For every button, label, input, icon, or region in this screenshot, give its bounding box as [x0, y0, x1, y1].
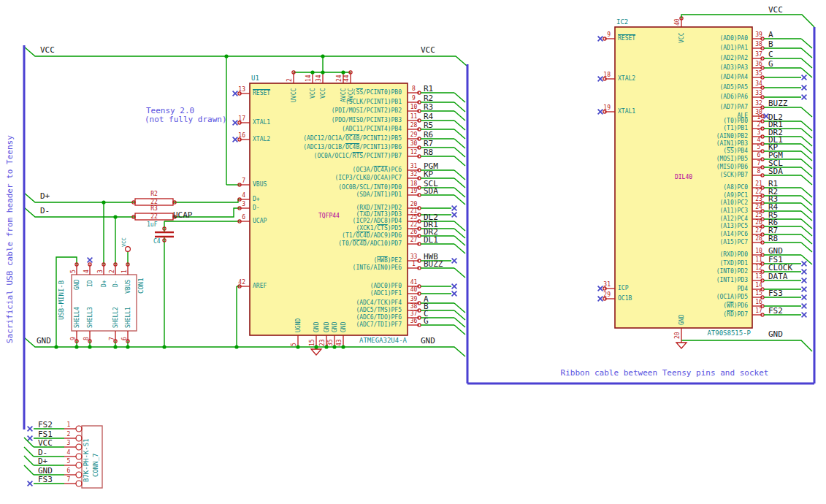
net-label-gnd-u1[interactable]: GND — [421, 337, 435, 346]
net-label-r5[interactable]: R5 — [424, 121, 433, 131]
pin-name: (ADC11/PCINT4)PB4 — [254, 126, 402, 132]
pin-name: (A12)PC4 — [619, 215, 748, 222]
pin-name: UCAP — [253, 218, 267, 224]
net-label-d+[interactable]: D+ — [38, 457, 47, 467]
pin-name: (ADC13/OC1B/OC4B/PCINT13)PB6 — [254, 144, 402, 150]
net-label-gnd-ic2[interactable]: GND — [768, 330, 783, 340]
net-label-kp[interactable]: KP — [424, 170, 433, 180]
net-label-sda[interactable]: SDA — [768, 167, 783, 177]
pin-number: 7 — [64, 476, 73, 483]
net-label-g[interactable]: G — [424, 317, 429, 327]
pin-name: (ADC12/OC1A/OC4B/PCINT12)PB5 — [254, 135, 402, 142]
r3-value[interactable]: 22 — [135, 213, 173, 220]
pin-name: XTAL2 — [618, 75, 635, 82]
net-label-fs3[interactable]: FS3 — [38, 476, 53, 485]
pin-number: 5 — [753, 144, 765, 150]
net-label-gnd-left[interactable]: GND — [37, 337, 51, 346]
net-label-buzz[interactable]: BUZZ — [768, 99, 788, 109]
net-label-a[interactable]: A — [768, 31, 773, 40]
r2-value[interactable]: 22 — [135, 199, 173, 205]
net-label-fs3[interactable]: FS3 — [768, 289, 783, 299]
cable-note[interactable]: Sacrificial USB cable from header to Tee… — [6, 133, 15, 343]
net-label-dl1[interactable]: DL1 — [424, 236, 438, 245]
conn7-part-number[interactable]: B7K-PH-K-S1 — [83, 437, 90, 482]
pin-number: 20 — [674, 329, 681, 339]
pin-name: SHELL2 — [112, 305, 119, 328]
pin-name: (PDO/MISO/PCINT3)PB3 — [254, 117, 402, 123]
junction-dot — [321, 54, 324, 58]
pin-number: 1 — [408, 261, 420, 267]
wire — [801, 234, 812, 244]
con1-value[interactable]: USB-MINI-B — [58, 278, 65, 320]
pin-name: (AD5)PA5 — [619, 84, 748, 91]
net-label-vcc[interactable]: VCC — [38, 439, 53, 448]
pin-name: (A8)PC0 — [619, 184, 748, 191]
pin-name: (ADC4/TCK)PF4 — [254, 299, 402, 306]
net-label-ucap[interactable]: UCAP — [173, 211, 193, 221]
net-label-b[interactable]: B — [768, 40, 773, 50]
ic2-value[interactable]: AT90S8515-P — [673, 329, 751, 337]
net-label-dplus[interactable]: D+ — [40, 192, 50, 202]
pin-number: 7 — [109, 334, 115, 340]
c4-reference[interactable]: C4 — [153, 238, 161, 245]
pin-number: 12 — [753, 264, 765, 271]
pin-number: 33 — [753, 90, 765, 96]
net-label-r8[interactable]: R8 — [768, 234, 778, 244]
pin-number: 19 — [593, 104, 611, 111]
pin-number: 3 — [228, 201, 245, 207]
c4-value[interactable]: 1uF — [147, 221, 157, 228]
net-label-vcc-u1[interactable]: VCC — [421, 46, 435, 56]
net-label-r8[interactable]: R8 — [424, 148, 433, 158]
pin-number: 26 — [753, 219, 765, 226]
teensy-note-line2[interactable]: (not fully drawn) — [145, 115, 227, 125]
wire — [454, 102, 465, 112]
net-label-fs2[interactable]: FS2 — [38, 421, 53, 430]
conn7-name[interactable]: CONN_7 — [92, 451, 99, 477]
pin-number: 2 — [109, 267, 115, 273]
net-label-r3[interactable]: R3 — [424, 103, 433, 112]
net-label-fs2[interactable]: FS2 — [768, 307, 783, 316]
pin-name: (ICP2/ADC8)PD4 — [254, 218, 402, 224]
pin-end-circle — [76, 472, 82, 478]
pin-number: 38 — [753, 41, 765, 47]
ic2-reference[interactable]: IC2 — [616, 18, 628, 26]
pin-name: D+ — [253, 196, 260, 202]
pin-name: VCC — [678, 31, 685, 43]
net-label-vcc-left[interactable]: VCC — [40, 46, 55, 56]
pin-name: GND — [324, 320, 330, 332]
pin-name: (AIN0)PB2 — [619, 133, 748, 140]
con1-reference[interactable]: CON1 — [137, 275, 145, 294]
net-label-dminus[interactable]: D- — [40, 207, 50, 216]
pin-number: 13 — [228, 86, 245, 93]
pin-name: (HWB)PE2 — [254, 257, 402, 264]
pin-number: 15 — [309, 337, 316, 346]
net-label-c[interactable]: C — [768, 50, 773, 60]
vcc-power-symbol-label[interactable]: VCC — [121, 235, 127, 247]
pin-name: RESET — [618, 35, 635, 42]
net-label-g[interactable]: G — [768, 60, 773, 69]
pin-number: 8 — [83, 334, 90, 340]
net-label-buzz[interactable]: BUZZ — [424, 260, 443, 270]
pin-name: OC1B — [618, 295, 632, 302]
pin-name: (T0)PB0 — [619, 118, 748, 124]
pin-name: GND — [313, 320, 320, 332]
ribbon-note[interactable]: Ribbon cable between Teensy pins and soc… — [555, 369, 774, 378]
pin-name: (RXD)PD0 — [619, 251, 748, 258]
pin-number: 23 — [753, 196, 765, 202]
u1-reference[interactable]: U1 — [251, 75, 259, 82]
net-label-data[interactable]: DATA — [768, 272, 788, 282]
pin-number: 33 — [408, 253, 420, 260]
r3-reference[interactable]: R3 — [143, 205, 165, 212]
net-label-vcc-ic2[interactable]: VCC — [768, 6, 783, 15]
r2-reference[interactable]: R2 — [143, 191, 165, 197]
pin-number: 36 — [408, 318, 420, 324]
pin-name: (OC1A)PD5 — [619, 294, 748, 300]
junction-dot — [234, 345, 238, 348]
net-label-r1[interactable]: R1 — [424, 85, 433, 94]
pin-number: 29 — [593, 291, 611, 298]
junction-dot — [102, 200, 105, 204]
pin-number: 24 — [336, 72, 343, 82]
pin-name: (A9)PC1 — [619, 192, 748, 199]
net-label-sda[interactable]: SDA — [424, 187, 438, 196]
pin-number: 17 — [753, 308, 765, 314]
